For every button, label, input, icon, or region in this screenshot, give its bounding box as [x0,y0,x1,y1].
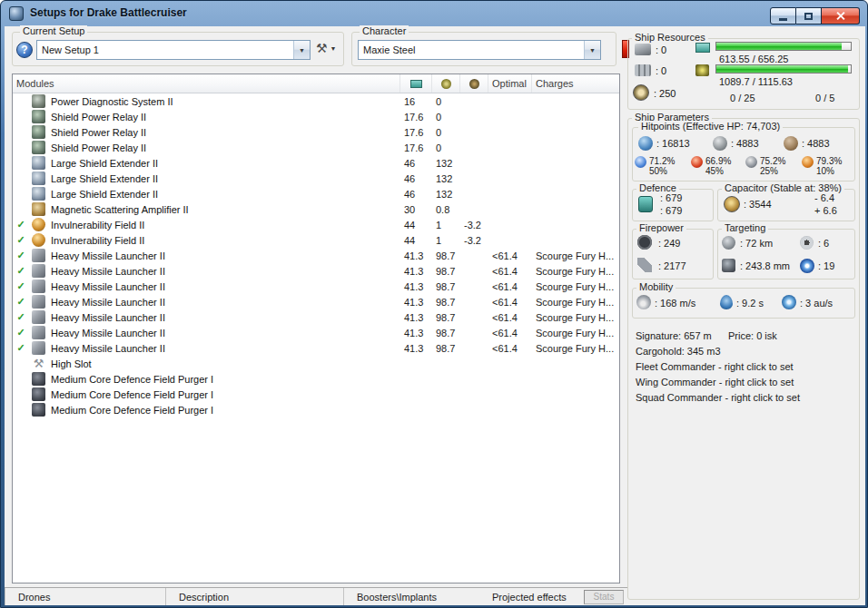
module-row[interactable]: ✓ Heavy Missile Launcher II 41.3 98.7 <6… [13,309,619,325]
column-header-cpu[interactable] [400,74,432,93]
stats-button[interactable]: Stats [584,590,624,604]
title-bar[interactable]: Setups for Drake Battlecruiser [1,1,867,25]
warp-speed-value: : 3 au/s [800,298,833,309]
module-row[interactable]: Medium Core Defence Field Purger I [13,371,619,387]
module-row[interactable]: ✓ Invulnerability Field II 44 1 -3.2 [13,232,619,248]
minimize-button[interactable] [770,7,796,25]
column-header-modules[interactable]: Modules [13,74,400,93]
module-charges-value: Scourge Fury H... [532,266,619,277]
defence-box: Defence : 679 : 679 [632,189,714,221]
module-name: Heavy Missile Launcher II [51,250,400,261]
shield-resist-value: 79.3% [816,156,842,166]
module-charges-value: Scourge Fury H... [532,250,619,261]
scan-resolution-icon [722,259,735,272]
module-icon [32,403,45,417]
help-button[interactable]: ? [16,42,33,58]
character-select[interactable]: Maxie Steel ▼ [358,40,601,60]
module-row[interactable]: Magnetic Scattering Amplifier II 30 0.8 [13,201,619,217]
bottom-tab[interactable]: Boosters\Implants [343,588,479,605]
setup-select-value: New Setup 1 [37,44,293,55]
module-powergrid-value: 0.8 [432,204,460,215]
module-name: Heavy Missile Launcher II [51,343,400,354]
column-header-capacitor[interactable] [460,74,488,93]
module-powergrid-value: 98.7 [432,281,460,292]
bottom-tab[interactable]: Description [165,588,343,605]
module-cpu-value: 41.3 [400,343,432,354]
hull-hp-value: : 4883 [802,138,830,149]
bottom-tab[interactable]: Projected effects [479,588,567,605]
current-setup-label: Current Setup [20,25,87,36]
module-charges-value: Scourge Fury H... [532,281,619,292]
character-group: Character Maxie Steel ▼ [351,32,616,66]
module-row[interactable]: Medium Core Defence Field Purger I [13,402,619,417]
module-cpu-value: 16 [400,96,432,107]
powergrid-bar-fill [716,65,848,73]
module-row[interactable]: ✓ Heavy Missile Launcher II 41.3 98.7 <6… [13,294,619,309]
module-optimal-value: <61.4 [488,281,532,292]
shield-hp-icon [638,136,653,151]
dps-value: : 249 [658,238,680,249]
module-row[interactable]: Power Diagnostic System II 16 0 [13,93,619,109]
close-button[interactable] [822,7,860,25]
module-icon [32,310,45,324]
module-cpu-value: 17.6 [400,142,432,153]
module-icon [32,279,45,293]
module-active-check: ✓ [13,327,29,338]
module-row[interactable]: Large Shield Extender II 46 132 [13,155,619,171]
module-row[interactable]: ✓ Invulnerability Field II 44 1 -3.2 [13,217,619,232]
module-icon [32,110,45,123]
module-active-check: ✓ [13,219,29,230]
module-row[interactable]: High Slot [13,356,619,371]
column-header-charges[interactable]: Charges [532,74,619,93]
tab-label: Boosters\Implants [357,592,437,603]
armor-resist-value: 45% [705,166,731,176]
module-name: Heavy Missile Launcher II [51,297,400,308]
squad-commander-text[interactable]: Squad Commander - right click to set [636,392,800,403]
column-header-optimal[interactable]: Optimal [488,74,532,93]
targeting-box: Targeting : 72 km : 6 : 243.8 mm : 19 [717,229,855,279]
character-select-value: Maxie Steel [359,44,584,55]
powergrid-column-icon [441,79,451,89]
drone-capacity-value: 0 / 25 [730,93,755,103]
module-icon [32,357,45,370]
module-row[interactable]: ✓ Heavy Missile Launcher II 41.3 98.7 <6… [13,248,619,263]
hull-hp-icon [784,136,798,151]
resist-cell: 79.3% 10% [802,156,842,176]
fleet-commander-text[interactable]: Fleet Commander - right click to set [636,361,794,372]
modules-table-header: Modules Optimal Charges [13,74,619,93]
module-powergrid-value: 98.7 [432,250,460,261]
module-row[interactable]: Shield Power Relay II 17.6 0 [13,124,619,140]
shield-hp-value: : 16813 [656,138,690,149]
align-time-value: : 9.2 s [736,298,764,309]
column-header-powergrid[interactable] [432,74,460,93]
mobility-box: Mobility : 168 m/s : 9.2 s : 3 au/s [632,288,855,319]
setup-select[interactable]: New Setup 1 ▼ [36,40,311,60]
module-row[interactable]: Medium Core Defence Field Purger I [13,387,619,402]
module-name: Invulnerability Field II [51,235,400,246]
module-row[interactable]: Shield Power Relay II 17.6 0 [13,109,619,124]
module-row[interactable]: Large Shield Extender II 46 132 [13,186,619,201]
module-row[interactable]: ✓ Heavy Missile Launcher II 41.3 98.7 <6… [13,340,619,356]
module-row[interactable]: ✓ Heavy Missile Launcher II 41.3 98.7 <6… [13,279,619,294]
module-icon [32,249,45,262]
bottom-tab[interactable]: Drones [5,588,165,605]
module-powergrid-value: 1 [432,235,460,246]
module-powergrid-value: 1 [432,220,460,230]
module-active-check: ✓ [13,250,29,261]
module-name: Heavy Missile Launcher II [51,266,400,277]
wing-commander-text[interactable]: Wing Commander - right click to set [636,377,794,387]
max-velocity-icon [636,295,651,309]
maximize-button[interactable] [796,7,822,25]
module-row[interactable]: Shield Power Relay II 17.6 0 [13,140,619,155]
module-name: Large Shield Extender II [51,173,400,184]
module-row[interactable]: ✓ Heavy Missile Launcher II 41.3 98.7 <6… [13,325,619,340]
tab-label: Description [179,592,229,603]
setup-tools-button[interactable]: ⚒ ▼ [316,42,337,54]
module-name: Medium Core Defence Field Purger I [51,389,400,400]
module-cpu-value: 41.3 [400,297,432,308]
module-charges-value: Scourge Fury H... [532,312,619,323]
module-row[interactable]: ✓ Heavy Missile Launcher II 41.3 98.7 <6… [13,263,619,279]
module-optimal-value: <61.4 [488,266,532,277]
module-optimal-value: <61.4 [488,250,532,261]
module-row[interactable]: Large Shield Extender II 46 132 [13,171,619,186]
